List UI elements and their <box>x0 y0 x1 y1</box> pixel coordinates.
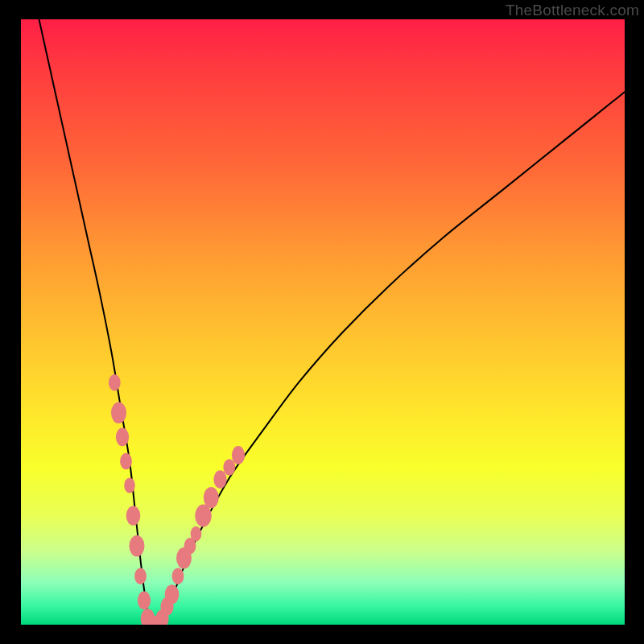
curve-marker <box>195 505 211 527</box>
curve-marker <box>145 616 158 625</box>
bottleneck-curve-path <box>39 19 625 625</box>
curve-marker <box>184 538 196 555</box>
curve-marker <box>134 568 147 585</box>
curve-marker <box>176 547 192 568</box>
curve-marker <box>151 616 163 625</box>
curve-marker <box>232 446 245 464</box>
curve-marker <box>223 459 235 476</box>
curve-marker <box>138 592 151 610</box>
chart-frame: TheBottleneck.com <box>0 0 644 644</box>
curve-marker <box>172 568 184 585</box>
watermark-text: TheBottleneck.com <box>506 2 639 19</box>
bottleneck-curve-svg <box>21 19 625 625</box>
curve-markers <box>109 374 245 625</box>
curve-marker <box>126 506 141 525</box>
curve-marker <box>160 597 173 616</box>
plot-area <box>21 19 625 625</box>
curve-marker <box>109 374 121 391</box>
curve-marker <box>120 453 132 470</box>
curve-marker <box>204 487 219 508</box>
curve-marker <box>141 609 155 625</box>
curve-marker <box>213 470 226 489</box>
curve-marker <box>111 402 126 423</box>
curve-marker <box>165 584 180 604</box>
curve-marker <box>116 428 129 447</box>
curve-marker <box>130 535 145 556</box>
curve-marker <box>124 478 135 493</box>
curve-marker <box>191 526 202 542</box>
curve-marker <box>155 609 168 625</box>
